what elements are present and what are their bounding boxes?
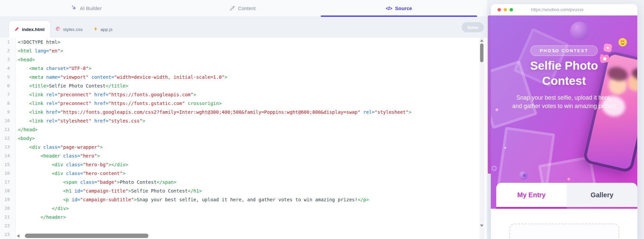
code-token: >	[194, 92, 196, 97]
code-token: id=	[72, 188, 83, 194]
code-token: <link	[18, 109, 43, 115]
code-token: <head>	[18, 57, 35, 62]
vertical-scroll-thumb[interactable]	[480, 43, 483, 62]
code-line: 17 <span class="badge">Photo Contest</sp…	[0, 178, 487, 186]
code-text: <header class="hero">	[16, 151, 100, 160]
upload-dropzone[interactable]	[509, 224, 619, 239]
url-text: https://woobox.com/pvussx	[531, 7, 584, 12]
scroll-up-arrow-icon[interactable]	[480, 39, 483, 42]
line-number: 20	[0, 204, 16, 213]
file-tab-index-html[interactable]: index.html	[9, 21, 50, 38]
code-line: 9 <link href="https://fonts.googleapis.c…	[0, 108, 487, 116]
file-tab-app-js[interactable]: app.js	[88, 21, 118, 38]
code-text: <div class="page-wrapper">	[16, 143, 103, 151]
code-token: "https://fonts.googleapis.com"	[109, 92, 194, 97]
file-tabbar: index.html styles.css	[0, 17, 487, 38]
code-text: </header>	[16, 213, 66, 221]
code-text: <head>	[16, 55, 35, 64]
code-token: >	[224, 74, 227, 80]
sparkles-icon	[71, 5, 77, 12]
code-token: </div>	[18, 206, 69, 211]
code-text: <link href="https://fonts.googleapis.com…	[16, 108, 412, 116]
tab-ai-builder[interactable]: AI Builder	[8, 0, 164, 16]
code-token: id=	[69, 197, 80, 202]
tab-label: Source	[395, 5, 412, 11]
file-tab-label: app.js	[100, 27, 113, 32]
pencil-icon	[229, 5, 235, 11]
code-token: "badge"	[97, 179, 117, 185]
code-token: Snap your best selfie, upload it here, a…	[137, 197, 357, 202]
code-line: 13 <div class="page-wrapper">	[0, 143, 487, 151]
code-token: crossorigin>	[185, 101, 222, 106]
html-file-icon	[14, 27, 19, 32]
tab-content[interactable]: Content	[164, 0, 320, 16]
code-text: <link rel="preconnect" href="https://fon…	[16, 90, 196, 99]
code-token: ></div>	[109, 162, 128, 167]
code-token: >	[409, 109, 411, 115]
confetti-dot	[523, 174, 526, 177]
code-token: >	[134, 197, 137, 202]
code-token: href=	[91, 92, 109, 97]
code-token: "https://fonts.googleapis.com/css2?famil…	[60, 109, 360, 115]
photo-contest-badge: PHOTO CONTEST	[530, 45, 598, 56]
code-text: <div class="hero-content">	[16, 169, 125, 178]
horizontal-scroll-thumb[interactable]	[25, 234, 148, 238]
code-token: rel=	[360, 109, 375, 115]
code-token: >	[128, 188, 131, 194]
code-token: <meta	[18, 66, 43, 71]
tab-label: Content	[238, 5, 256, 11]
code-token: lang=	[32, 48, 49, 54]
code-token: "hero-content"	[83, 171, 123, 176]
code-line: 3<head>	[0, 55, 487, 64]
editor-horizontal-scrollbar[interactable]	[16, 233, 477, 239]
code-text: </div>	[16, 204, 69, 213]
code-line: 21 </header>	[0, 213, 487, 221]
code-token: "en"	[49, 48, 60, 54]
code-line: 7 <link rel="preconnect" href="https://f…	[0, 90, 487, 99]
save-button[interactable]: Save	[462, 22, 484, 32]
code-token: >	[97, 153, 100, 159]
code-token: "stylesheet"	[375, 109, 409, 115]
code-token: >	[60, 48, 63, 54]
code-token: charset=	[43, 66, 69, 71]
tab-source[interactable]: </> Source	[321, 0, 477, 16]
code-token: </h1>	[188, 188, 202, 194]
line-number: 21	[0, 213, 16, 221]
preview-hero: ♥ ♥♥ PHOTO CONTEST Selfie Photo Contest …	[491, 15, 637, 209]
line-number: 14	[0, 151, 16, 160]
code-text: <meta name="viewport" content="width=dev…	[16, 73, 227, 81]
confetti-dot	[567, 178, 570, 180]
editor-vertical-scrollbar[interactable]	[479, 38, 484, 239]
line-number: 15	[0, 160, 16, 169]
css-file-icon	[55, 26, 60, 32]
line-number: 3	[0, 55, 16, 64]
tab-gallery[interactable]: Gallery	[567, 183, 637, 207]
code-text: <div class="hero-bg"></div>	[16, 160, 128, 169]
tab-my-entry[interactable]: My Entry	[496, 183, 567, 207]
code-editor[interactable]: 1<!DOCTYPE html>2<html lang="en">3<head>…	[0, 38, 487, 239]
scroll-down-arrow-icon[interactable]	[480, 225, 483, 227]
code-token: <body>	[18, 136, 35, 141]
traffic-light-red-icon	[498, 8, 501, 11]
line-number: 5	[0, 73, 16, 81]
code-token: <div	[18, 144, 40, 150]
file-tab-styles-css[interactable]: styles.css	[50, 21, 88, 38]
line-number: 4	[0, 64, 16, 73]
confetti-dot	[504, 147, 506, 149]
preview-hero-bleed	[488, 15, 491, 174]
code-token: >	[123, 171, 125, 176]
file-tab-label: index.html	[22, 27, 45, 32]
code-token: "preconnect"	[57, 92, 91, 97]
code-token: <div	[18, 162, 63, 167]
line-number: 22	[0, 221, 16, 230]
traffic-light-yellow-icon	[504, 8, 507, 11]
code-text: <link rel="preconnect" href="https://fon…	[16, 99, 222, 108]
code-token: <link	[18, 101, 43, 106]
scroll-left-arrow-icon[interactable]	[17, 234, 19, 238]
code-line: 22	[0, 221, 487, 230]
campaign-title: Selfie Photo Contest	[507, 58, 621, 88]
line-number: 12	[0, 134, 16, 143]
line-number: 17	[0, 178, 16, 186]
code-token: href=	[91, 118, 109, 124]
js-file-icon	[93, 27, 98, 32]
